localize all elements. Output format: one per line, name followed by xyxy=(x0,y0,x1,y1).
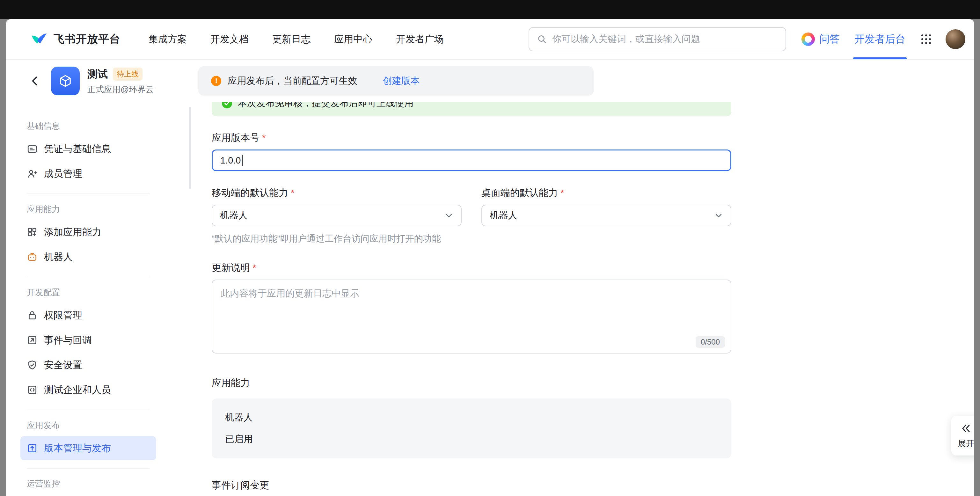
version-input[interactable]: 1.0.0 xyxy=(212,149,731,171)
nav-item-integration[interactable]: 集成方案 xyxy=(149,33,187,46)
expand-label: 展开 xyxy=(958,438,974,449)
char-counter: 0/500 xyxy=(696,336,725,348)
search-input[interactable]: 你可以输入关键词，或直接输入问题 xyxy=(528,27,786,51)
release-notes-textarea[interactable]: 此内容将于应用的更新日志中显示 0/500 xyxy=(212,280,731,353)
desktop-capability-label: 桌面端的默认能力 * xyxy=(481,186,731,200)
body-row: 基础信息凭证与基础信息成员管理应用能力添加应用能力机器人开发配置权限管理事件与回… xyxy=(6,102,974,496)
members-icon xyxy=(27,168,38,179)
header-right-cluster: 问答 开发者后台 xyxy=(802,19,965,59)
sidebar-item-label: 凭证与基础信息 xyxy=(44,143,111,156)
feishu-logo-icon xyxy=(30,30,48,48)
nav-item-docs[interactable]: 开发文档 xyxy=(210,33,249,46)
qa-label: 问答 xyxy=(819,32,840,46)
version-input-value: 1.0.0 xyxy=(220,155,241,166)
nav-item-app-center[interactable]: 应用中心 xyxy=(334,33,372,46)
desktop-capability-value: 机器人 xyxy=(490,209,517,222)
desktop-capability-select[interactable]: 机器人 xyxy=(481,205,731,226)
permission-icon xyxy=(27,310,38,321)
sidebar-divider xyxy=(27,410,150,410)
expand-side-panel-toggle[interactable]: 展开 xyxy=(951,416,974,456)
add-capability-icon xyxy=(27,227,38,237)
notes-field-label: 更新说明 * xyxy=(212,261,974,275)
required-asterisk: * xyxy=(560,188,564,198)
publish-alert-banner: 应用发布后，当前配置方可生效 创建版本 xyxy=(198,66,593,95)
app-context-bar: 测试 待上线 正式应用@环界云 应用发布后，当前配置方可生效 创建版本 xyxy=(6,60,974,102)
sidebar-item-bot[interactable]: 机器人 xyxy=(21,245,156,269)
mobile-capability-select[interactable]: 机器人 xyxy=(212,205,461,226)
create-version-link[interactable]: 创建版本 xyxy=(383,75,420,87)
credential-icon xyxy=(27,143,38,154)
sidebar-section-label: 应用能力 xyxy=(27,204,156,215)
tab-developer-console[interactable]: 开发者后台 xyxy=(853,19,907,59)
chevron-down-icon xyxy=(714,211,723,220)
bot-icon xyxy=(27,251,38,262)
app-icon xyxy=(51,67,80,95)
sidebar-item-label: 测试企业和人员 xyxy=(44,383,111,397)
sidebar-section-label: 开发配置 xyxy=(27,287,156,298)
capability-status: 已启用 xyxy=(225,433,718,446)
sidebar-item-test-org[interactable]: 测试企业和人员 xyxy=(21,378,156,402)
top-header: 飞书开放平台 集成方案 开发文档 更新日志 应用中心 开发者广场 你可以输入关键… xyxy=(6,19,974,60)
sidebar-section-label: 应用发布 xyxy=(27,420,156,431)
sidebar-item-label: 成员管理 xyxy=(44,167,82,180)
text-caret xyxy=(242,155,243,166)
mobile-capability-label: 移动端的默认能力 * xyxy=(212,186,461,200)
app-subtitle: 正式应用@环界云 xyxy=(88,84,154,95)
sidebar-item-members[interactable]: 成员管理 xyxy=(21,162,156,186)
qa-link[interactable]: 问答 xyxy=(802,32,840,46)
window-top-bar xyxy=(0,0,980,19)
sidebar-item-label: 机器人 xyxy=(44,251,73,264)
sidebar-item-add-capability[interactable]: 添加应用能力 xyxy=(21,220,156,244)
sidebar-item-label: 权限管理 xyxy=(44,309,82,322)
apps-grid-icon[interactable] xyxy=(920,33,932,45)
double-chevron-left-icon xyxy=(961,423,971,434)
app-window: 飞书开放平台 集成方案 开发文档 更新日志 应用中心 开发者广场 你可以输入关键… xyxy=(6,19,974,496)
nav-item-dev-plaza[interactable]: 开发者广场 xyxy=(396,33,444,46)
brand-title: 飞书开放平台 xyxy=(54,32,121,46)
console-label: 开发者后台 xyxy=(854,32,905,46)
check-circle-icon xyxy=(222,102,232,108)
app-name: 测试 xyxy=(88,67,108,81)
capability-hint: “默认的应用功能”即用户通过工作台访问应用时打开的功能 xyxy=(212,233,974,245)
status-badge: 待上线 xyxy=(113,68,143,81)
sidebar-item-label: 事件与回调 xyxy=(44,334,92,347)
success-banner: 本次发布免审核，提交发布后即可上线使用 xyxy=(212,102,731,116)
sidebar-item-events[interactable]: 事件与回调 xyxy=(21,328,156,352)
sidebar-section-label: 运营监控 xyxy=(27,478,156,489)
chevron-down-icon xyxy=(444,211,453,220)
sidebar-item-security[interactable]: 安全设置 xyxy=(21,353,156,377)
user-avatar[interactable] xyxy=(945,29,965,49)
default-capability-row: 移动端的默认能力 * 机器人 桌面端的默认能力 * xyxy=(212,171,731,226)
required-asterisk: * xyxy=(291,188,294,198)
capability-name: 机器人 xyxy=(225,411,718,424)
sidebar-divider xyxy=(27,277,150,277)
required-asterisk: * xyxy=(262,132,266,143)
nav-item-changelog[interactable]: 更新日志 xyxy=(272,33,310,46)
capability-section-heading: 应用能力 xyxy=(212,377,974,389)
capability-panel: 机器人 已启用 xyxy=(212,399,731,458)
alert-message: 应用发布后，当前配置方可生效 xyxy=(228,75,357,87)
back-button[interactable] xyxy=(29,76,40,86)
version-field-label: 应用版本号 * xyxy=(212,131,974,145)
required-asterisk: * xyxy=(253,262,256,273)
textarea-placeholder: 此内容将于应用的更新日志中显示 xyxy=(221,287,359,300)
sidebar-item-permission[interactable]: 权限管理 xyxy=(21,303,156,327)
sidebar-item-credential[interactable]: 凭证与基础信息 xyxy=(21,137,156,161)
desktop-capability-col: 桌面端的默认能力 * 机器人 xyxy=(481,171,731,226)
release-icon xyxy=(27,443,38,454)
success-banner-clip: 本次发布免审核，提交发布后即可上线使用 xyxy=(212,102,731,116)
brand[interactable]: 飞书开放平台 xyxy=(30,30,121,48)
sidebar-item-label: 安全设置 xyxy=(44,359,82,372)
sidebar: 基础信息凭证与基础信息成员管理应用能力添加应用能力机器人开发配置权限管理事件与回… xyxy=(6,102,164,496)
app-meta: 测试 待上线 正式应用@环界云 xyxy=(88,67,154,95)
mobile-capability-col: 移动端的默认能力 * 机器人 xyxy=(212,171,461,226)
test-org-icon xyxy=(27,385,38,395)
sidebar-divider xyxy=(27,194,150,194)
sidebar-item-label: 版本管理与发布 xyxy=(44,442,111,455)
qa-ring-icon xyxy=(802,32,815,46)
sidebar-item-release[interactable]: 版本管理与发布 xyxy=(21,436,156,460)
success-banner-text: 本次发布免审核，提交发布后即可上线使用 xyxy=(238,102,414,110)
warning-info-icon xyxy=(211,76,221,86)
events-section-heading: 事件订阅变更 xyxy=(212,479,974,492)
search-icon xyxy=(537,34,547,44)
